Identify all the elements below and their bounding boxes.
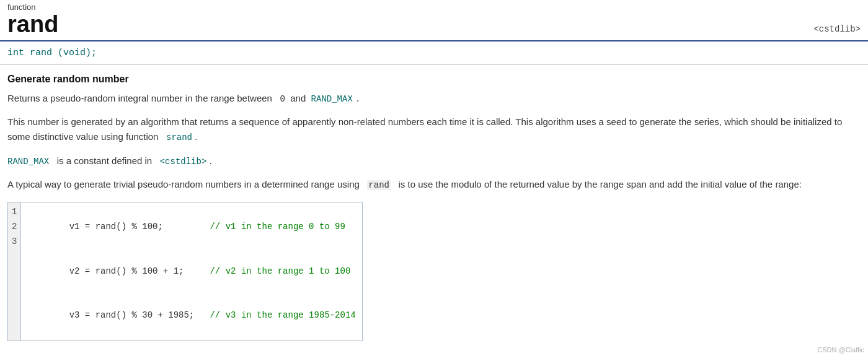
desc1-and: and (290, 93, 306, 103)
code-block: 1 2 3 v1 = rand() % 100; // v1 in the ra… (7, 202, 363, 341)
code-2-text: v2 = rand() % 100 + 1; (69, 266, 210, 276)
srand-link: srand (166, 132, 192, 142)
paragraph4-end: is to use the modulo of the returned val… (398, 179, 801, 189)
rand-inline-code: rand (367, 180, 391, 190)
function-name: rand (7, 11, 58, 37)
cstdlib-link: <cstdlib> (160, 157, 207, 167)
signature-code: int rand (void); (7, 48, 97, 58)
code-3-comment: // v3 in the range 1985-2014 (210, 310, 355, 320)
description-paragraph-3: RAND_MAX is a constant defined in <cstdl… (7, 154, 861, 168)
desc1-end: . (355, 94, 360, 104)
code-3-text: v3 = rand() % 30 + 1985; (69, 310, 210, 320)
code-1-comment: // v1 in the range 0 to 99 (210, 222, 345, 232)
signature-line: int rand (void); (0, 41, 868, 65)
desc1-start: Returns a pseudo-random integral number … (7, 93, 272, 103)
section-title: Generate random number (7, 74, 861, 85)
header-right: <cstdlib> (813, 24, 861, 38)
paragraph2-text: This number is generated by an algorithm… (7, 116, 842, 142)
function-label: function (7, 2, 58, 12)
code-line-1: v1 = rand() % 100; // v1 in the range 0 … (27, 205, 355, 249)
code-1-text: v1 = rand() % 100; (69, 222, 210, 232)
watermark: CSDN @Claffic (817, 346, 864, 354)
code-2-comment: // v2 in the range 1 to 100 (210, 266, 350, 276)
paragraph2-end: . (195, 131, 197, 142)
line-num-2: 2 (12, 220, 17, 235)
code-lines: v1 = rand() % 100; // v1 in the range 0 … (21, 202, 361, 340)
paragraph4-start: A typical way to generate trivial pseudo… (7, 179, 360, 189)
code-line-2: v2 = rand() % 100 + 1; // v2 in the rang… (27, 250, 355, 293)
description-paragraph-4: A typical way to generate trivial pseudo… (7, 177, 861, 192)
paragraph3-mid: is a constant defined in (57, 155, 152, 166)
content-area: Generate random number Returns a pseudo-… (0, 65, 868, 354)
line-numbers: 1 2 3 (8, 202, 21, 340)
code-line-3: v3 = rand() % 30 + 1985; // v3 in the ra… (27, 293, 355, 337)
description-paragraph-2: This number is generated by an algorithm… (7, 115, 861, 144)
header-section: function rand <cstdlib> (0, 0, 868, 41)
desc1-zero: 0 (280, 94, 285, 104)
paragraph3-end: . (209, 155, 211, 166)
description-paragraph-1: Returns a pseudo-random integral number … (7, 91, 861, 106)
line-num-3: 3 (12, 235, 17, 250)
desc1-randmax: RAND_MAX (311, 94, 353, 104)
line-num-1: 1 (12, 205, 17, 220)
header-left: function rand (7, 2, 58, 38)
rand-max-constant: RAND_MAX (7, 157, 49, 167)
